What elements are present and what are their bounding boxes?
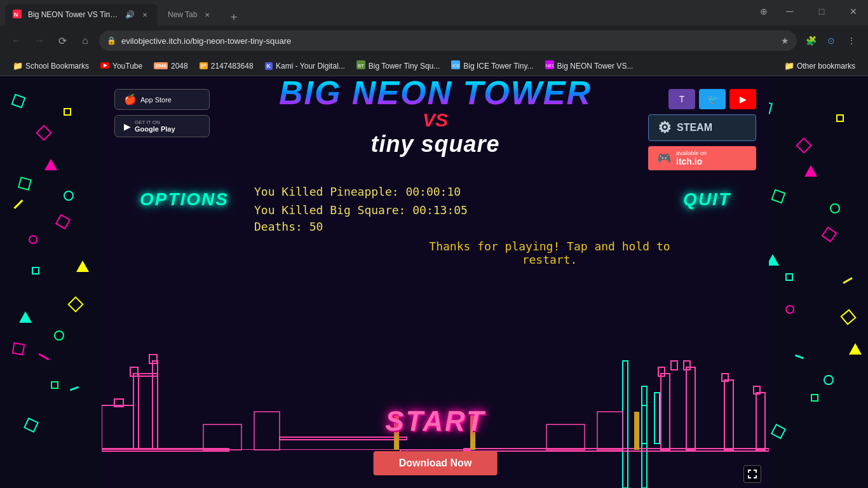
forward-button[interactable]: →	[31, 32, 48, 50]
start-button[interactable]: START	[385, 405, 485, 437]
tab-2[interactable]: New Tab ✕	[158, 4, 222, 25]
reload-button[interactable]: ⟳	[53, 32, 71, 50]
tab-speaker-icon[interactable]: 🔊	[125, 10, 135, 19]
social-icons: T 🐦 ▶	[668, 89, 756, 109]
app-store-button[interactable]: 🍎 App Store	[114, 89, 210, 110]
youtube-favicon	[100, 62, 109, 71]
right-buttons: T 🐦 ▶ ⚙ STEAM 🎮	[648, 89, 756, 170]
bookmark-other[interactable]: 📁 Other bookmarks	[779, 58, 860, 73]
bookmark-ice[interactable]: ICE Big ICE Tower Tiny...	[446, 58, 538, 74]
game-window: 🍎 App Store ▶ GET IT ON Google Play BIG …	[102, 76, 769, 488]
itchio-label: available on itch.io	[676, 150, 707, 166]
bookmark-youtube[interactable]: YouTube	[95, 59, 147, 73]
options-button[interactable]: OPTIONS	[140, 189, 229, 210]
bookmark-neon-label: Big NEON Tower VS...	[557, 62, 634, 71]
bigtower-favicon: BT	[356, 60, 365, 71]
folder-icon: 📁	[13, 61, 23, 71]
tab-bar-right: ⊕ ─ □ ✕	[755, 0, 868, 25]
steam-label: STEAM	[677, 122, 712, 133]
bookmark-kami[interactable]: K Kami - Your Digital...	[260, 59, 350, 73]
svg-rect-41	[634, 412, 639, 450]
minimize-button[interactable]: ─	[775, 0, 804, 24]
tab-1-title: Big NEON Tower VS Tiny Sq...	[28, 10, 120, 19]
game-title-line1: BIG NEON TOWER	[279, 76, 592, 109]
twitter-icon: 🐦	[707, 94, 718, 104]
bookmark-num[interactable]: 2^ 2147483648	[194, 59, 259, 73]
apple-icon: 🍎	[124, 93, 137, 105]
store-buttons-left: 🍎 App Store ▶ GET IT ON Google Play	[114, 89, 210, 137]
game-title-area: BIG NEON TOWER VS tiny square	[279, 76, 592, 158]
deaths-stat: Deaths: 50	[254, 220, 769, 233]
svg-text:NEO: NEO	[546, 64, 554, 68]
menu-button[interactable]: ⋮	[843, 32, 860, 50]
url-bar[interactable]: 🔒 evilobjective.itch.io/big-neon-tower-t…	[99, 30, 797, 51]
game-stats: You Killed Pineapple: 00:00:10 You Kille…	[216, 170, 769, 273]
tab-bar: N Big NEON Tower VS Tiny Sq... 🔊 ✕ New T…	[0, 0, 868, 25]
google-play-icon: ▶	[124, 121, 131, 132]
profile-button[interactable]: ⊙	[822, 32, 840, 50]
bookmark-school[interactable]: 📁 School Bookmarks	[8, 58, 94, 73]
tab-2-close[interactable]: ✕	[202, 10, 212, 20]
youtube-button[interactable]: ▶	[729, 89, 756, 109]
lock-icon: 🔒	[107, 36, 116, 45]
bookmark-youtube-label: YouTube	[112, 62, 142, 71]
download-button[interactable]: Download Now	[374, 451, 498, 475]
killed-bigsquare-stat: You Killed Big Square: 00:13:05	[254, 201, 769, 220]
game-title-vs: VS	[279, 109, 592, 131]
bookmark-bigtower-label: Big Tower Tiny Squ...	[369, 62, 440, 71]
maximize-button[interactable]: □	[807, 0, 836, 24]
tab-1[interactable]: N Big NEON Tower VS Tiny Sq... 🔊 ✕	[5, 4, 158, 25]
tab-2-title: New Tab	[168, 10, 197, 19]
twitch-button[interactable]: T	[668, 89, 695, 109]
youtube-icon: ▶	[740, 94, 747, 104]
itchio-button[interactable]: 🎮 available on itch.io	[648, 146, 756, 170]
neon-favicon: NEO	[545, 60, 554, 71]
bookmark-other-label: Other bookmarks	[797, 62, 855, 71]
game-title-line2: tiny square	[279, 131, 592, 158]
itchio-icon: 🎮	[657, 151, 671, 165]
steam-button[interactable]: ⚙ STEAM	[648, 114, 756, 141]
thanks-text: Thanks for playing! Tap and hold toresta…	[254, 240, 769, 266]
game-header: 🍎 App Store ▶ GET IT ON Google Play BIG …	[102, 76, 769, 170]
tab-1-favicon: N	[13, 10, 23, 20]
url-text: evilobjective.itch.io/big-neon-tower-tin…	[121, 36, 776, 46]
tab-1-close[interactable]: ✕	[140, 10, 150, 20]
bookmark-2048[interactable]: 2048 2048	[149, 59, 193, 73]
twitter-button[interactable]: 🐦	[699, 89, 726, 109]
fullscreen-button[interactable]	[743, 465, 761, 483]
other-folder-icon: 📁	[784, 61, 794, 71]
bookmark-star-icon[interactable]: ★	[781, 36, 789, 46]
app-store-label: App Store	[140, 96, 172, 104]
close-button[interactable]: ✕	[839, 0, 868, 24]
twitch-icon: T	[679, 94, 685, 104]
bookmark-num-label: 2147483648	[211, 62, 254, 71]
home-button[interactable]: ⌂	[76, 32, 94, 50]
address-bar-actions: 🧩 ⊙ ⋮	[802, 32, 860, 50]
svg-rect-19	[102, 450, 407, 488]
num-favicon: 2^	[200, 62, 208, 69]
google-play-label: GET IT ON Google Play	[135, 119, 175, 133]
svg-text:ICE: ICE	[452, 64, 460, 68]
extensions-button[interactable]: 🧩	[802, 32, 820, 50]
address-bar: ← → ⟳ ⌂ 🔒 evilobjective.itch.io/big-neon…	[0, 25, 868, 56]
google-play-button[interactable]: ▶ GET IT ON Google Play	[114, 115, 210, 137]
back-button[interactable]: ←	[8, 32, 25, 50]
chromecast-icon[interactable]: ⊕	[755, 3, 773, 20]
bookmarks-bar: 📁 School Bookmarks YouTube 2048 2048 2^ …	[0, 56, 868, 76]
bookmark-kami-label: Kami - Your Digital...	[276, 62, 345, 71]
new-tab-button[interactable]: ＋	[225, 8, 243, 25]
game-middle-area: OPTIONS QUIT You Killed Pineapple: 00:00…	[102, 170, 769, 488]
browser-frame: N Big NEON Tower VS Tiny Sq... 🔊 ✕ New T…	[0, 0, 868, 488]
steam-icon: ⚙	[658, 119, 672, 137]
kami-favicon: K	[265, 62, 273, 70]
bookmark-neon[interactable]: NEO Big NEON Tower VS...	[540, 58, 639, 74]
2048-favicon: 2048	[154, 62, 168, 69]
killed-pineapple-stat: You Killed Pineapple: 00:00:10	[254, 183, 769, 201]
content-area: 🍎 App Store ▶ GET IT ON Google Play BIG …	[0, 76, 868, 488]
bookmark-school-label: School Bookmarks	[25, 62, 89, 71]
bookmark-ice-label: Big ICE Tower Tiny...	[463, 62, 533, 71]
bookmark-2048-label: 2048	[171, 62, 188, 71]
bookmark-bigtower[interactable]: BT Big Tower Tiny Squ...	[351, 58, 445, 74]
svg-text:N: N	[14, 11, 18, 18]
left-decoration	[0, 76, 102, 488]
